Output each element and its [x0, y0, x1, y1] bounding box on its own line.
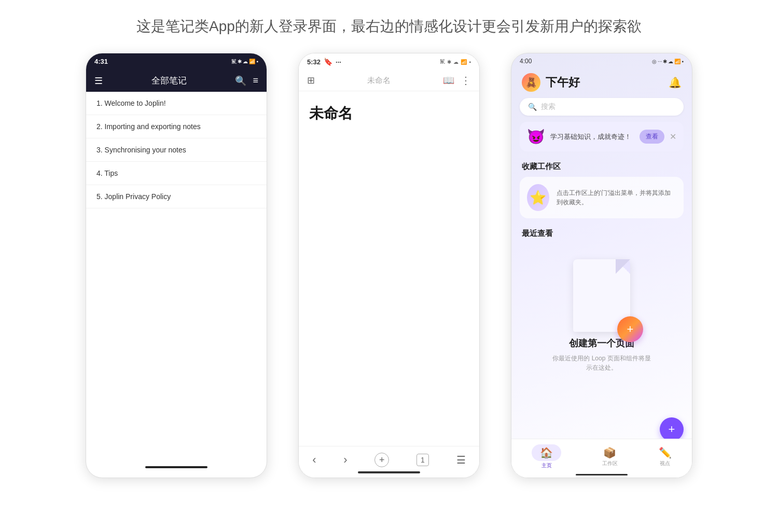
phone1-notes-list: 1. Welcome to Joplin! 2. Importing and e… — [86, 92, 267, 208]
add-icon[interactable]: + — [374, 453, 389, 467]
phone2-header-right: 📖 ⋮ — [443, 74, 471, 87]
battery-icon: ▪️ — [256, 59, 258, 64]
network-icon: 鬣 — [440, 58, 445, 65]
battery-icon: ▪ — [682, 59, 684, 64]
wifi-icon: ☁ — [243, 59, 248, 64]
dots-icon: ··· — [658, 59, 662, 64]
avatar: 🧸 — [522, 73, 540, 92]
phone2-dots: ··· — [336, 58, 341, 66]
favorites-section-title: 收藏工作区 — [511, 160, 692, 177]
nav-label-viewpoint: 视点 — [660, 460, 670, 467]
phone2-home-indicator — [358, 471, 420, 473]
wifi-icon: ☁ — [453, 59, 459, 65]
promo-view-button[interactable]: 查看 — [640, 130, 664, 144]
signal-icon: 📶 — [461, 59, 467, 65]
bluetooth-icon: ✱ — [238, 59, 242, 64]
favorites-area: ⭐ 点击工作区上的'门'溢出菜单，并将其添加到收藏夹。 — [520, 177, 684, 218]
list-item[interactable]: 5. Joplin Privacy Policy — [86, 185, 267, 208]
phone2-app-icon: 🔖 — [324, 58, 332, 66]
phone2-title: 未命名 — [309, 104, 469, 123]
promo-text: 学习基础知识，成就奇迹！ — [550, 132, 634, 142]
phone3-bottom-nav: 🏠 主页 📦 工作区 ✏️ 视点 — [511, 439, 692, 478]
phone1-time: 4:31 — [94, 58, 108, 65]
menu-icon[interactable]: ☰ — [94, 75, 103, 87]
phone2-time: 5:32 — [307, 58, 321, 66]
phones-container: 4:31 鬣 ✱ ☁ 📶 ▪️ ☰ 全部笔记 🔍 ≡ 1. Welcome to… — [0, 53, 778, 478]
phone3-header-left: 🧸 下午好 — [522, 73, 580, 92]
list-item[interactable]: 2. Importing and exporting notes — [86, 115, 267, 138]
phone1-header-icons: 🔍 ≡ — [235, 75, 258, 87]
battery-icon: ▪ — [469, 59, 471, 65]
phone2-status-icons: 鬣 ✱ ☁ 📶 ▪ — [440, 58, 471, 65]
phone1-header-title: 全部笔记 — [151, 75, 187, 87]
list-item[interactable]: 1. Welcome to Joplin! — [86, 92, 267, 115]
phone1-statusbar: 4:31 鬣 ✱ ☁ 📶 ▪️ — [86, 53, 267, 69]
recent-section-title: 最近查看 — [511, 227, 692, 244]
create-first-page-desc: 你最近使用的 Loop 页面和组件将显示在这处。 — [550, 354, 654, 372]
promo-card: 😈 学习基础知识，成就奇迹！ 查看 ✕ — [520, 122, 684, 151]
phone-joplin: 4:31 鬣 ✱ ☁ 📶 ▪️ ☰ 全部笔记 🔍 ≡ 1. Welcome to… — [86, 53, 267, 478]
nav-item-home[interactable]: 🏠 主页 — [532, 444, 561, 469]
phone2-statusbar: 5:32 🔖 ··· 鬣 ✱ ☁ 📶 ▪ — [299, 53, 479, 70]
list-item[interactable]: 3. Synchronising your notes — [86, 138, 267, 162]
doc-corner — [616, 259, 630, 274]
back-icon[interactable]: ‹ — [312, 453, 316, 467]
fab-button[interactable]: + — [660, 417, 684, 441]
nav-item-viewpoint[interactable]: ✏️ 视点 — [659, 446, 672, 467]
phone3-statusbar: 4:00 ◎ ··· ✱ ☁ 📶 ▪ — [511, 53, 692, 69]
filter-icon[interactable]: ≡ — [253, 75, 258, 86]
bluetooth-icon: ✱ — [663, 59, 667, 64]
empty-area: + 创建第一个页面 你最近使用的 Loop 页面和组件将显示在这处。 — [511, 244, 692, 377]
sidebar-toggle-icon[interactable]: ⊞ — [307, 75, 315, 86]
wifi-check-icon: ◎ — [652, 59, 657, 64]
pages-icon[interactable]: 1 — [416, 454, 429, 466]
search-placeholder: 搜索 — [541, 102, 555, 111]
phone1-header: ☰ 全部笔记 🔍 ≡ — [86, 69, 267, 92]
nav-item-workspace[interactable]: 📦 工作区 — [602, 446, 618, 467]
phone-editor: 5:32 🔖 ··· 鬣 ✱ ☁ 📶 ▪ ⊞ 未命名 📖 ⋮ 未命名 — [298, 53, 480, 478]
home-icon: 🏠 — [532, 444, 561, 461]
search-icon: 🔍 — [528, 103, 537, 111]
promo-close-icon[interactable]: ✕ — [670, 132, 676, 142]
promo-emoji: 😈 — [527, 128, 545, 145]
phone2-time-area: 5:32 🔖 ··· — [307, 58, 341, 66]
page-title: 这是笔记类App的新人登录界面，最右边的情感化设计更会引发新用户的探索欲 — [136, 17, 642, 36]
workspace-icon: 📦 — [603, 446, 616, 459]
phone2-note-name: 未命名 — [315, 76, 443, 86]
phone3-header: 🧸 下午好 🔔 — [511, 69, 692, 98]
phone2-header: ⊞ 未命名 📖 ⋮ — [299, 70, 479, 91]
list-item[interactable]: 4. Tips — [86, 162, 267, 185]
menu-icon[interactable]: ☰ — [456, 454, 466, 466]
favorites-desc: 点击工作区上的'门'溢出菜单，并将其添加到收藏夹。 — [557, 188, 676, 207]
create-illustration: + — [565, 254, 638, 337]
signal-icon: 📶 — [674, 59, 680, 64]
book-icon[interactable]: 📖 — [443, 75, 454, 86]
forward-icon[interactable]: › — [343, 453, 347, 467]
bluetooth-icon: ✱ — [447, 59, 451, 65]
greeting-text: 下午好 — [546, 75, 580, 90]
network-icon: 鬣 — [231, 58, 237, 65]
nfc-icon: ☁ — [668, 59, 673, 64]
search-icon[interactable]: 🔍 — [235, 75, 246, 87]
notification-bell-icon[interactable]: 🔔 — [669, 76, 682, 89]
doc-plus-icon: + — [617, 316, 643, 342]
phone2-content: 未命名 — [299, 91, 479, 136]
signal-icon: 📶 — [249, 59, 255, 64]
phone1-home-indicator — [145, 466, 207, 468]
phone1-status-icons: 鬣 ✱ ☁ 📶 ▪️ — [231, 58, 258, 65]
phone3-home-indicator — [576, 474, 628, 475]
phone3-time: 4:00 — [520, 58, 532, 65]
search-bar[interactable]: 🔍 搜索 — [520, 98, 684, 116]
phone3-status-icons: ◎ ··· ✱ ☁ 📶 ▪ — [652, 59, 684, 64]
favorites-icon: ⭐ — [527, 184, 549, 211]
nav-label-home: 主页 — [541, 462, 552, 469]
viewpoint-icon: ✏️ — [659, 446, 672, 459]
nav-label-workspace: 工作区 — [602, 460, 618, 467]
phone-note-app: 4:00 ◎ ··· ✱ ☁ 📶 ▪ 🧸 下午好 🔔 🔍 搜索 — [511, 53, 692, 478]
more-icon[interactable]: ⋮ — [461, 74, 471, 87]
